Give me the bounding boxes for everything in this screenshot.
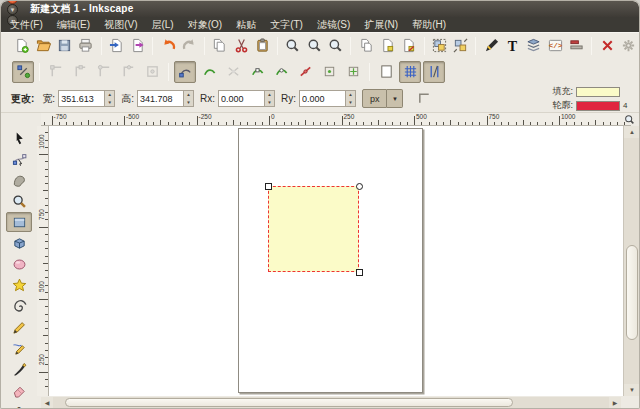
tweak-tool-icon[interactable] xyxy=(6,170,32,190)
open-folder-icon[interactable] xyxy=(33,35,52,57)
unit-dropdown-button[interactable]: ▼ xyxy=(387,89,403,108)
menu-item-5[interactable]: 粘贴 xyxy=(229,17,263,32)
print-icon[interactable] xyxy=(76,35,95,57)
scroll-left-icon[interactable]: ◀ xyxy=(41,397,53,408)
height-field-stepper[interactable]: ▲▼ xyxy=(183,90,194,107)
horizontal-ruler[interactable]: -750-500-25002505007501000 xyxy=(41,113,631,126)
fill-swatch[interactable] xyxy=(576,87,620,97)
create-clone-icon[interactable] xyxy=(378,35,397,57)
menu-item-8[interactable]: 扩展(N) xyxy=(357,17,405,32)
width-field-input[interactable] xyxy=(58,90,104,107)
resize-handle-bottom-right[interactable] xyxy=(356,269,363,276)
zoom-corner-icon[interactable] xyxy=(621,113,637,126)
align-dialog-icon[interactable] xyxy=(567,35,586,57)
ruler-tick xyxy=(617,122,618,125)
export-icon[interactable] xyxy=(128,35,147,57)
unlink-clone-icon[interactable] xyxy=(399,35,418,57)
save-document-icon[interactable] xyxy=(55,35,74,57)
spiral-tool-icon[interactable] xyxy=(6,296,32,316)
ellipse-tool-icon[interactable] xyxy=(6,254,32,274)
star-tool-icon[interactable] xyxy=(6,275,32,295)
rectangle-tool-icon[interactable] xyxy=(6,212,32,232)
menu-item-1[interactable]: 编辑(E) xyxy=(50,17,97,32)
sharp-corners-button[interactable] xyxy=(413,88,435,110)
snap-node-icon[interactable] xyxy=(174,61,196,83)
menu-item-7[interactable]: 滤镜(S) xyxy=(310,17,357,32)
unit-button[interactable]: px xyxy=(362,89,388,108)
snap-bbox-center-icon[interactable] xyxy=(141,61,163,83)
fill-stroke-dialog-icon[interactable] xyxy=(481,35,500,57)
snap-line-midpoint-icon[interactable] xyxy=(294,61,316,83)
horizontal-scrollbar[interactable]: ◀ ▶ xyxy=(41,397,621,408)
snap-node-smooth-icon[interactable] xyxy=(270,61,292,83)
rx-field-stepper[interactable]: ▲▼ xyxy=(264,90,275,107)
stroke-swatch[interactable] xyxy=(576,101,620,111)
calligraphy-tool-icon[interactable] xyxy=(6,359,32,379)
copy-icon[interactable] xyxy=(210,35,229,57)
titlebar[interactable]: ×▾▪ 新建文档 1 - Inkscape xyxy=(1,1,639,17)
rx-field-input[interactable] xyxy=(218,90,264,107)
height-field-input[interactable] xyxy=(137,90,183,107)
menu-item-4[interactable]: 对象(O) xyxy=(181,17,229,32)
snap-bbox-edge-mid-icon[interactable] xyxy=(117,61,139,83)
pencil-tool-icon[interactable] xyxy=(6,317,32,337)
zoom-drawing-icon[interactable] xyxy=(283,35,302,57)
grid-icon[interactable] xyxy=(399,61,421,83)
xml-editor-icon[interactable]: </> xyxy=(546,35,565,57)
zoom-page-icon[interactable] xyxy=(305,35,324,57)
snap-path-intersection-icon[interactable] xyxy=(222,61,244,83)
snap-bbox-edge-icon[interactable] xyxy=(69,61,91,83)
vertical-scroll-thumb[interactable] xyxy=(626,245,638,340)
resize-handle-top-left[interactable] xyxy=(265,183,272,190)
cut-icon[interactable] xyxy=(232,35,251,57)
text-dialog-icon[interactable]: T xyxy=(503,35,522,57)
node-tool-icon[interactable] xyxy=(6,149,32,169)
radius-handle-top-right[interactable] xyxy=(356,183,363,190)
width-field-stepper[interactable]: ▲▼ xyxy=(104,90,115,107)
redo-icon[interactable] xyxy=(180,35,199,57)
scroll-up-icon[interactable]: ▲ xyxy=(624,126,640,138)
duplicate-icon[interactable] xyxy=(356,35,375,57)
preferences-gear-icon[interactable] xyxy=(619,35,638,57)
box3d-tool-icon[interactable] xyxy=(6,233,32,253)
zoom-tool-icon[interactable] xyxy=(6,191,32,211)
close-button[interactable]: × xyxy=(7,0,18,4)
menu-item-3[interactable]: 层(L) xyxy=(144,17,180,32)
ungroup-objects-icon[interactable] xyxy=(451,35,470,57)
horizontal-scroll-thumb[interactable] xyxy=(65,398,513,407)
undo-icon[interactable] xyxy=(158,35,177,57)
snap-bbox-icon[interactable] xyxy=(45,61,67,83)
drawn-rectangle[interactable] xyxy=(268,186,359,272)
scroll-down-icon[interactable]: ▼ xyxy=(624,384,640,396)
snap-path-icon[interactable] xyxy=(198,61,220,83)
menu-item-9[interactable]: 帮助(H) xyxy=(405,17,453,32)
import-icon[interactable] xyxy=(107,35,126,57)
minimize-button[interactable]: ▾ xyxy=(7,4,18,15)
paste-icon[interactable] xyxy=(253,35,272,57)
canvas[interactable] xyxy=(49,126,623,396)
snap-bbox-corner-icon[interactable] xyxy=(93,61,115,83)
snap-page-border-icon[interactable] xyxy=(375,61,397,83)
zoom-selection-icon[interactable] xyxy=(326,35,345,57)
snap-object-midpoint-icon[interactable] xyxy=(318,61,340,83)
guides-icon[interactable] xyxy=(423,61,445,83)
snap-master-icon[interactable] xyxy=(12,61,34,83)
group-objects-icon[interactable] xyxy=(430,35,449,57)
eraser-tool-icon[interactable] xyxy=(6,380,32,400)
snap-rotation-center-icon[interactable] xyxy=(342,61,364,83)
ry-field-stepper[interactable]: ▲▼ xyxy=(345,90,356,107)
selector-tool-icon[interactable] xyxy=(6,128,32,148)
menu-item-2[interactable]: 视图(V) xyxy=(97,17,144,32)
delete-x-icon[interactable] xyxy=(597,35,616,57)
new-document-icon[interactable] xyxy=(12,35,31,57)
menu-item-6[interactable]: 文字(T) xyxy=(263,17,310,32)
menu-item-0[interactable]: 文件(F) xyxy=(3,17,50,32)
toolbox-overflow-icon[interactable]: ▾ xyxy=(6,401,32,409)
ry-field-input[interactable] xyxy=(299,90,345,107)
scroll-right-icon[interactable]: ▶ xyxy=(609,397,621,408)
layers-dialog-icon[interactable] xyxy=(524,35,543,57)
snap-node-cusp-icon[interactable] xyxy=(246,61,268,83)
pen-tool-icon[interactable] xyxy=(6,338,32,358)
vertical-scrollbar[interactable]: ▲ ▼ xyxy=(623,126,640,396)
vertical-ruler[interactable]: 1000750500250 xyxy=(37,126,49,396)
